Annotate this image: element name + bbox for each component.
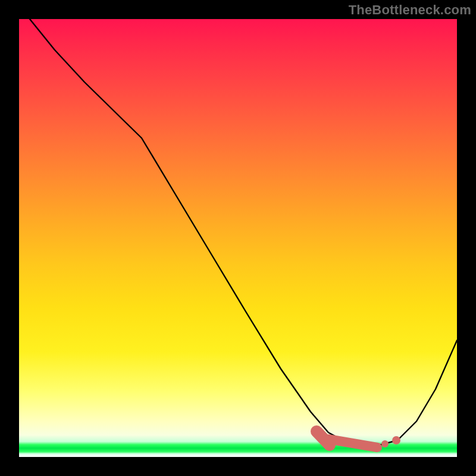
chart-frame: TheBottleneck.com [0,0,476,476]
chart-plot-area [19,19,457,457]
bottleneck-curve-line [30,19,457,445]
curve-marker-bar [328,439,377,447]
curve-markers-group [317,431,400,447]
curve-marker-dot [392,436,400,444]
watermark-text: TheBottleneck.com [349,2,471,18]
chart-svg [19,19,457,457]
curve-marker-dot [381,440,389,447]
